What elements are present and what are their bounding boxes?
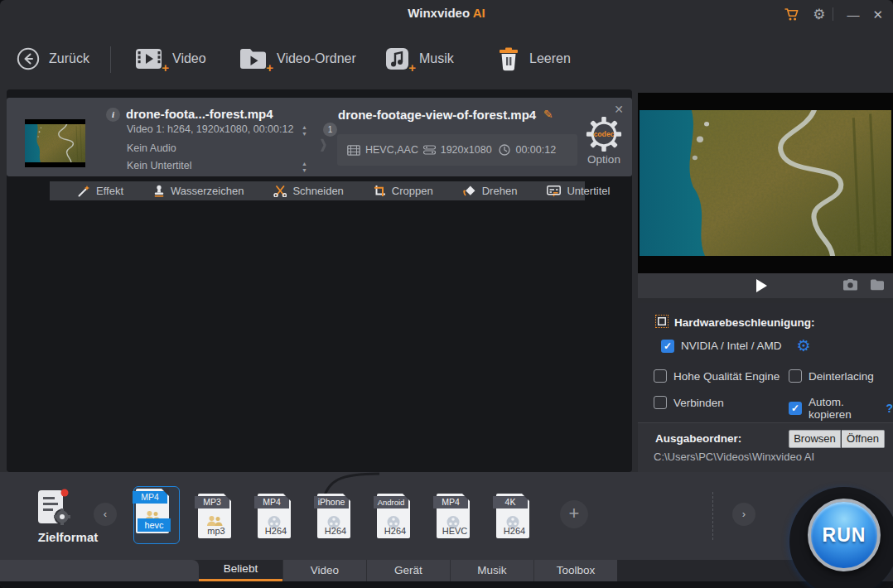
back-button[interactable]: Zurück bbox=[17, 42, 89, 75]
format-container-label: iPhone bbox=[314, 496, 349, 508]
tab-popular[interactable]: Beliebt bbox=[199, 560, 282, 581]
toolbar-divider bbox=[110, 46, 111, 73]
audio-track-info: Kein Audio bbox=[127, 142, 176, 154]
tab-music[interactable]: Musik bbox=[450, 560, 533, 581]
gpu-checkbox[interactable] bbox=[661, 340, 674, 353]
plus-icon: + bbox=[408, 61, 416, 74]
chevron-right-icon: › bbox=[742, 508, 746, 520]
target-format-icon[interactable] bbox=[33, 487, 73, 527]
deinterlacing-row[interactable]: Deinterlacing bbox=[789, 369, 874, 383]
open-folder-icon[interactable] bbox=[870, 278, 885, 291]
format-container-label: 4K bbox=[493, 496, 528, 508]
format-codec-label: H264 bbox=[259, 526, 292, 536]
film-icon bbox=[347, 145, 360, 156]
file-card[interactable]: i drone-foota...-forest.mp4 Video 1: h26… bbox=[7, 98, 632, 176]
format-container-label: MP3 bbox=[195, 496, 229, 508]
auto-copy-row[interactable]: Autom. kopieren ? bbox=[789, 396, 893, 421]
trim-button[interactable]: Schneiden bbox=[273, 185, 343, 197]
quality-engine-row[interactable]: Hohe Qualität Engine bbox=[654, 369, 780, 383]
format-container-label: MP4 bbox=[433, 496, 468, 508]
browse-button[interactable]: Browsen bbox=[789, 430, 841, 448]
format-container-label: Android bbox=[374, 496, 408, 508]
app-title-accent: AI bbox=[473, 6, 485, 20]
format-card[interactable]: iPhone H264 bbox=[316, 492, 352, 540]
chip-icon bbox=[655, 315, 669, 328]
format-container-label: MP4 bbox=[254, 496, 289, 508]
svg-text:codec: codec bbox=[593, 130, 614, 138]
video-track-spinner[interactable]: ▲▼ bbox=[302, 124, 307, 137]
format-container-label: MP4 bbox=[133, 491, 167, 504]
merge-checkbox[interactable] bbox=[654, 396, 667, 409]
hardware-title: Hardwarebeschleunigung: bbox=[674, 316, 815, 329]
gpu-settings-gear-icon[interactable]: ⚙ bbox=[797, 338, 811, 354]
snapshot-camera-icon[interactable] bbox=[842, 278, 858, 291]
titlebar: Winxvideo AI ⚙ ▾ — ✕ bbox=[0, 0, 893, 28]
format-codec-label: H264 bbox=[379, 526, 412, 536]
auto-copy-checkbox[interactable] bbox=[789, 402, 802, 415]
tabbar-left-panel bbox=[0, 560, 199, 581]
effect-button[interactable]: Effekt bbox=[78, 185, 123, 197]
close-button[interactable]: ✕ bbox=[872, 8, 883, 21]
add-video-folder-icon: + bbox=[239, 47, 268, 70]
codec-meta: HEVC,AAC bbox=[347, 144, 423, 156]
format-card[interactable]: MP4 H264 bbox=[256, 492, 292, 540]
app-title: Winxvideo AI bbox=[0, 6, 893, 20]
app-window: Winxvideo AI ⚙ ▾ — ✕ Zurück bbox=[0, 0, 893, 588]
add-video-label: Video bbox=[172, 51, 206, 66]
subtitle-icon bbox=[547, 186, 561, 197]
edit-toolbar: Effekt Wasserzeichen Schneiden Croppen D… bbox=[50, 181, 585, 200]
titlebar-divider bbox=[833, 7, 833, 21]
info-icon[interactable]: i bbox=[106, 108, 120, 122]
settings-gear-button[interactable]: ⚙ ▾ bbox=[813, 6, 819, 23]
format-card[interactable]: MP4 HEVC bbox=[435, 492, 471, 540]
play-icon[interactable] bbox=[756, 279, 767, 292]
tab-device[interactable]: Gerät bbox=[366, 560, 450, 581]
output-folder-label: Ausgabeordner: bbox=[655, 432, 741, 445]
resolution-meta: 1920x1080 bbox=[423, 144, 500, 156]
trash-icon bbox=[497, 46, 520, 71]
minimize-button[interactable]: — bbox=[847, 8, 859, 21]
media-meta-box: HEVC,AAC 1920x1080 00:00:12 bbox=[337, 134, 577, 166]
gpu-checkbox-row[interactable]: NVIDIA / Intel / AMD ⚙ bbox=[661, 338, 811, 354]
add-video-folder-label: Video-Ordner bbox=[277, 51, 356, 66]
subtitle-track-info: Kein Untertitel bbox=[127, 160, 192, 171]
rotate-button[interactable]: Drehen bbox=[463, 185, 518, 197]
clear-list-button[interactable]: Leeren bbox=[497, 42, 571, 75]
video-track-info: Video 1: h264, 1920x1080, 00:00:12 bbox=[127, 123, 293, 135]
format-card-selected[interactable]: MP4 hevc bbox=[133, 486, 180, 544]
subtitle-button[interactable]: Untertitel bbox=[547, 185, 610, 197]
window-bottom-edge bbox=[0, 581, 893, 588]
rename-pencil-icon[interactable]: ✎ bbox=[543, 108, 553, 121]
video-preview bbox=[638, 93, 893, 273]
deinterlacing-checkbox[interactable] bbox=[789, 369, 802, 383]
subtitle-track-spinner[interactable]: ▲▼ bbox=[302, 161, 307, 173]
add-music-label: Musik bbox=[419, 51, 454, 66]
open-button[interactable]: Öffnen bbox=[842, 430, 885, 448]
rotate-icon bbox=[463, 185, 476, 197]
cart-icon[interactable] bbox=[784, 7, 799, 22]
format-card[interactable]: 4K H264 bbox=[495, 492, 531, 540]
format-next-button[interactable]: › bbox=[732, 503, 755, 526]
crop-button[interactable]: Croppen bbox=[374, 185, 433, 197]
help-icon[interactable]: ? bbox=[886, 402, 893, 415]
format-card[interactable]: Android H264 bbox=[375, 492, 412, 540]
watermark-button[interactable]: Wasserzeichen bbox=[153, 185, 244, 197]
merge-row[interactable]: Verbinden bbox=[654, 396, 724, 409]
add-format-button[interactable]: + bbox=[560, 500, 588, 528]
add-music-button[interactable]: + Musik bbox=[385, 42, 454, 75]
format-prev-button[interactable]: ‹ bbox=[94, 503, 117, 526]
format-codec-label: H264 bbox=[319, 526, 352, 536]
tab-video[interactable]: Video bbox=[282, 560, 366, 581]
quality-engine-checkbox[interactable] bbox=[654, 369, 667, 383]
crop-icon bbox=[374, 185, 386, 197]
app-title-text: Winxvideo bbox=[408, 6, 470, 20]
tab-toolbox[interactable]: Toolbox bbox=[533, 560, 617, 581]
people-icon bbox=[206, 515, 223, 527]
codec-gear-icon: codec bbox=[586, 116, 622, 152]
add-video-folder-button[interactable]: + Video-Ordner bbox=[239, 42, 356, 75]
add-video-button[interactable]: + Video bbox=[135, 42, 206, 75]
back-icon bbox=[17, 47, 40, 70]
format-card[interactable]: MP3 mp3 bbox=[196, 492, 233, 540]
run-button[interactable]: RUN bbox=[808, 499, 881, 571]
remove-file-icon[interactable]: ✕ bbox=[614, 103, 624, 116]
